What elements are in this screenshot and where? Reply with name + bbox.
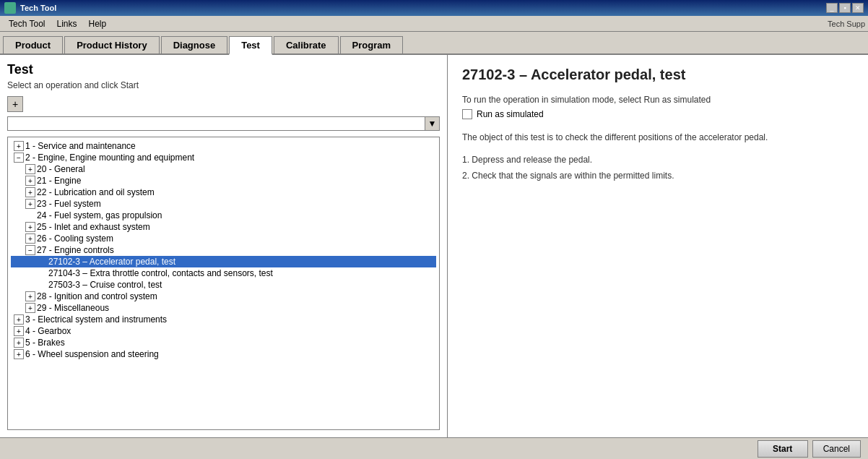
tree-label-22: 22 - Lubrication and oil system	[37, 187, 155, 197]
tab-product[interactable]: Product	[3, 36, 63, 53]
tree-item-3[interactable]: + 3 - Electrical system and instruments	[11, 314, 436, 325]
title-bar: Tech Tool _ ▪ ✕	[0, 0, 868, 16]
main-content: Test Select an operation and click Start…	[0, 55, 868, 437]
menu-help[interactable]: Help	[83, 17, 113, 30]
expander-27[interactable]: −	[25, 245, 35, 255]
app-title: Tech Tool	[20, 4, 826, 12]
run-simulated-label: Run as simulated	[477, 109, 544, 119]
panel-title: Test	[7, 62, 440, 77]
detail-description: The object of this test is to check the …	[462, 131, 854, 144]
expander-5[interactable]: +	[14, 338, 24, 348]
tree-label-29: 29 - Miscellaneous	[37, 303, 109, 313]
toolbar: +	[7, 96, 440, 112]
expander-26[interactable]: +	[25, 233, 35, 244]
maximize-button[interactable]: ▪	[839, 3, 851, 13]
expander-2[interactable]: −	[14, 153, 24, 163]
search-input[interactable]	[8, 117, 425, 130]
tab-test[interactable]: Test	[229, 36, 272, 55]
expander-28[interactable]: +	[25, 291, 35, 301]
cancel-button[interactable]: Cancel	[812, 440, 861, 458]
expander-21[interactable]: +	[25, 176, 35, 186]
tree-label-25: 25 - Inlet and exhaust system	[37, 222, 150, 232]
tree-item-4[interactable]: + 4 - Gearbox	[11, 325, 436, 337]
tree-item-24[interactable]: 24 - Fuel system, gas propulsion	[11, 210, 436, 221]
tab-calibrate[interactable]: Calibrate	[274, 36, 339, 53]
tab-product-history[interactable]: Product History	[64, 36, 160, 53]
window-controls[interactable]: _ ▪ ✕	[826, 3, 864, 13]
tree-label-27503: 27503-3 – Cruise control, test	[48, 280, 162, 290]
nav-tabs: Product Product History Diagnose Test Ca…	[0, 32, 868, 55]
tree-label-6: 6 - Wheel suspension and steering	[25, 349, 159, 359]
simulation-section: To run the operation in simulation mode,…	[462, 95, 854, 119]
tree-label-3: 3 - Electrical system and instruments	[25, 314, 167, 325]
tree-label-20: 20 - General	[37, 164, 85, 174]
add-button[interactable]: +	[7, 96, 23, 112]
tree-item-23[interactable]: + 23 - Fuel system	[11, 198, 436, 210]
step-2: 2. Check that the signals are within the…	[462, 168, 854, 184]
expander-29[interactable]: +	[25, 303, 35, 313]
tree-label-2: 2 - Engine, Engine mounting and equipmen…	[25, 153, 194, 163]
tree-label-28: 28 - Ignition and control system	[37, 291, 157, 301]
expander-3[interactable]: +	[14, 314, 24, 325]
tree-item-27102[interactable]: 27102-3 – Accelerator pedal, test	[11, 256, 436, 267]
tree-view[interactable]: + 1 - Service and maintenance − 2 - Engi…	[7, 137, 440, 430]
menu-techtool[interactable]: Tech Tool	[3, 17, 51, 30]
tree-label-1: 1 - Service and maintenance	[25, 141, 136, 151]
expander-20[interactable]: +	[25, 164, 35, 174]
tree-label-5: 5 - Brakes	[25, 338, 65, 348]
tree-label-24: 24 - Fuel system, gas propulsion	[37, 210, 162, 220]
close-button[interactable]: ✕	[852, 3, 864, 13]
tree-label-26: 26 - Cooling system	[37, 233, 113, 244]
tree-item-2[interactable]: − 2 - Engine, Engine mounting and equipm…	[11, 152, 436, 163]
start-button[interactable]: Start	[758, 440, 808, 458]
minimize-button[interactable]: _	[826, 3, 838, 13]
tree-label-4: 4 - Gearbox	[25, 326, 71, 336]
tree-item-26[interactable]: + 26 - Cooling system	[11, 233, 436, 244]
detail-title: 27102-3 – Accelerator pedal, test	[462, 67, 854, 83]
simulation-label: To run the operation in simulation mode,…	[462, 95, 854, 105]
bottom-bar: Start Cancel	[0, 437, 868, 459]
expander-1[interactable]: +	[14, 141, 24, 151]
step-1: 1. Depress and release the pedal.	[462, 153, 854, 168]
expander-25[interactable]: +	[25, 222, 35, 232]
expander-4[interactable]: +	[14, 326, 24, 336]
support-label: Tech Supp	[828, 20, 865, 28]
expander-22[interactable]: +	[25, 187, 35, 197]
panel-subtitle: Select an operation and click Start	[7, 80, 440, 90]
tree-label-21: 21 - Engine	[37, 176, 81, 186]
tab-program[interactable]: Program	[340, 36, 403, 53]
tree-item-20[interactable]: + 20 - General	[11, 163, 436, 175]
tree-item-1[interactable]: + 1 - Service and maintenance	[11, 140, 436, 152]
tree-item-6[interactable]: + 6 - Wheel suspension and steering	[11, 348, 436, 360]
tree-label-27104: 27104-3 – Extra throttle control, contac…	[48, 268, 273, 278]
detail-steps: 1. Depress and release the pedal. 2. Che…	[462, 153, 854, 184]
tree-label-27: 27 - Engine controls	[37, 245, 114, 255]
search-box: ▼	[7, 116, 440, 131]
tree-item-27104[interactable]: 27104-3 – Extra throttle control, contac…	[11, 267, 436, 279]
tree-label-27102: 27102-3 – Accelerator pedal, test	[48, 257, 175, 267]
menu-bar: Tech Tool Links Help Tech Supp	[0, 16, 868, 32]
left-panel: Test Select an operation and click Start…	[0, 55, 448, 437]
tree-item-27[interactable]: − 27 - Engine controls	[11, 244, 436, 256]
right-panel: 27102-3 – Accelerator pedal, test To run…	[448, 55, 868, 437]
app-icon	[4, 2, 16, 14]
search-dropdown[interactable]: ▼	[425, 117, 439, 130]
expander-23[interactable]: +	[25, 199, 35, 209]
tree-label-23: 23 - Fuel system	[37, 199, 101, 209]
tree-item-25[interactable]: + 25 - Inlet and exhaust system	[11, 221, 436, 233]
tree-item-5[interactable]: + 5 - Brakes	[11, 337, 436, 348]
tree-item-28[interactable]: + 28 - Ignition and control system	[11, 291, 436, 302]
menu-links[interactable]: Links	[51, 17, 82, 30]
run-simulated-checkbox[interactable]	[462, 109, 472, 119]
tab-diagnose[interactable]: Diagnose	[161, 36, 228, 53]
tree-item-22[interactable]: + 22 - Lubrication and oil system	[11, 186, 436, 198]
expander-6[interactable]: +	[14, 349, 24, 359]
tree-item-27503[interactable]: 27503-3 – Cruise control, test	[11, 279, 436, 291]
tree-item-21[interactable]: + 21 - Engine	[11, 175, 436, 186]
run-simulated-row: Run as simulated	[462, 109, 854, 119]
tree-item-29[interactable]: + 29 - Miscellaneous	[11, 302, 436, 314]
